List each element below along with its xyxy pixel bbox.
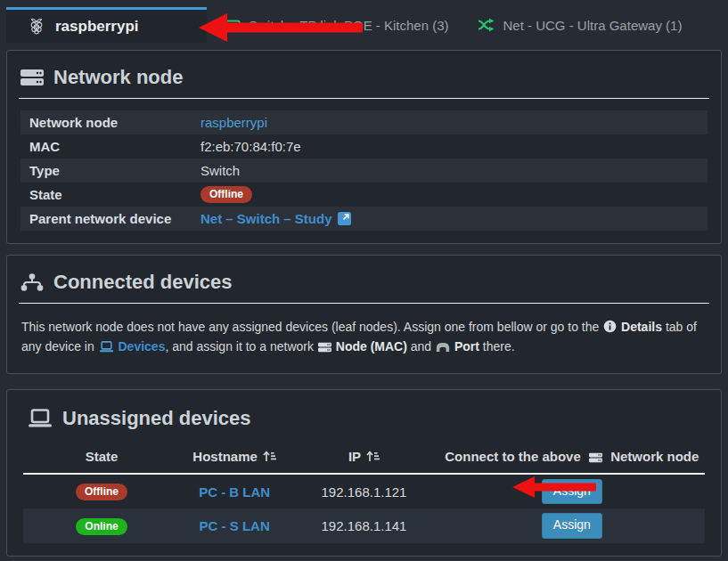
tab-raspberrypi[interactable]: raspberrypi [6, 7, 207, 43]
detail-label: Network node [29, 115, 200, 130]
port-icon [436, 342, 450, 353]
message-text: , and assign it to a network [165, 339, 314, 354]
assign-button[interactable]: Assign [542, 479, 602, 505]
detail-row-state: State Offline [20, 183, 708, 207]
laptop-icon [99, 341, 114, 353]
raspberry-pi-icon [29, 18, 44, 35]
tab-label: Switch - TP link POE - Kitchen (3) [249, 18, 449, 33]
connect-column-header: Connect to the above Network node [439, 442, 705, 474]
node-mac-ref: Node (MAC) [336, 339, 407, 354]
table-row: Offline PC - B LAN 192.168.1.121 Assign [23, 474, 705, 509]
status-badge-offline: Offline [76, 484, 127, 500]
info-icon [603, 320, 617, 333]
sort-icon[interactable] [366, 451, 380, 462]
section-divider [19, 98, 709, 99]
connected-devices-panel: Connected devices This network node does… [6, 255, 722, 374]
detail-row-mac: MAC f2:eb:70:84:f0:7e [20, 134, 708, 159]
node-icon [589, 452, 602, 463]
table-header-row: State Hostname IP Connect to the above [23, 442, 705, 474]
unassigned-devices-title: Unassigned devices [28, 406, 708, 431]
no-assigned-devices-message: This network node does not have any assi… [21, 317, 707, 357]
status-badge-online: Online [76, 518, 127, 535]
section-divider [19, 303, 709, 304]
hostname-column-header[interactable]: Hostname [180, 442, 289, 474]
section-title-text: Unassigned devices [62, 406, 251, 431]
connected-devices-title: Connected devices [20, 270, 708, 295]
ip-column-header[interactable]: IP [289, 442, 438, 474]
section-title-text: Network node [53, 65, 183, 90]
section-title-text: Connected devices [53, 270, 233, 295]
message-text: This network node does not have any assi… [21, 320, 599, 334]
unassigned-devices-panel: Unassigned devices State Hostname IP Con… [6, 389, 722, 557]
detail-label: MAC [29, 139, 200, 154]
sort-icon[interactable] [263, 451, 276, 462]
tab-bar: raspberrypi Switch - TP link POE - Kitch… [0, 0, 728, 43]
network-node-detail-table: Network node raspberrypi MAC f2:eb:70:84… [20, 110, 708, 231]
status-badge-offline: Offline [200, 186, 252, 203]
detail-row-type: Type Switch [20, 159, 708, 183]
sitemap-icon [20, 273, 44, 291]
devices-link[interactable]: Devices [119, 339, 166, 354]
message-text: there. [483, 339, 515, 354]
detail-label: State [29, 187, 200, 202]
hostname-link[interactable]: PC - S LAN [200, 518, 270, 533]
tab-label: Net - UCG - Ultra Gateway (1) [503, 18, 683, 33]
node-icon [318, 342, 331, 353]
hostname-link[interactable]: PC - B LAN [199, 484, 270, 500]
network-node-panel: Network node Network node raspberrypi MA… [6, 50, 722, 244]
detail-label: Type [29, 163, 200, 178]
table-row: Online PC - S LAN 192.168.1.141 Assign [23, 508, 705, 543]
details-tab-ref: Details [621, 320, 662, 334]
ip-value: 192.168.1.141 [322, 518, 407, 533]
unassigned-devices-table: State Hostname IP Connect to the above [23, 442, 705, 543]
state-column-header: State [23, 442, 180, 474]
detail-row-parent-device: Parent network device Net – Switch – Stu… [20, 207, 708, 231]
ip-value: 192.168.1.121 [322, 484, 407, 500]
network-node-link[interactable]: raspberrypi [200, 115, 267, 130]
parent-device-link[interactable]: Net – Switch – Study [200, 211, 332, 226]
tab-switch-tp-link-poe-kitchen[interactable]: Switch - TP link POE - Kitchen (3) [207, 7, 463, 43]
type-value: Switch [200, 163, 240, 178]
external-link-icon[interactable] [338, 212, 351, 225]
message-text: and [411, 339, 431, 354]
detail-label: Parent network device [29, 211, 200, 226]
tab-label: raspberrypi [55, 18, 139, 36]
detail-row-network-node: Network node raspberrypi [20, 110, 708, 134]
shuffle-icon [478, 18, 495, 32]
assign-button[interactable]: Assign [542, 513, 602, 539]
network-node-title: Network node [20, 65, 708, 90]
laptop-icon [28, 409, 53, 428]
server-icon [20, 69, 44, 86]
tab-net-ucg-ultra-gateway[interactable]: Net - UCG - Ultra Gateway (1) [463, 7, 697, 43]
mac-value: f2:eb:70:84:f0:7e [200, 139, 301, 154]
port-ref: Port [454, 339, 479, 354]
switch-icon [221, 19, 241, 32]
